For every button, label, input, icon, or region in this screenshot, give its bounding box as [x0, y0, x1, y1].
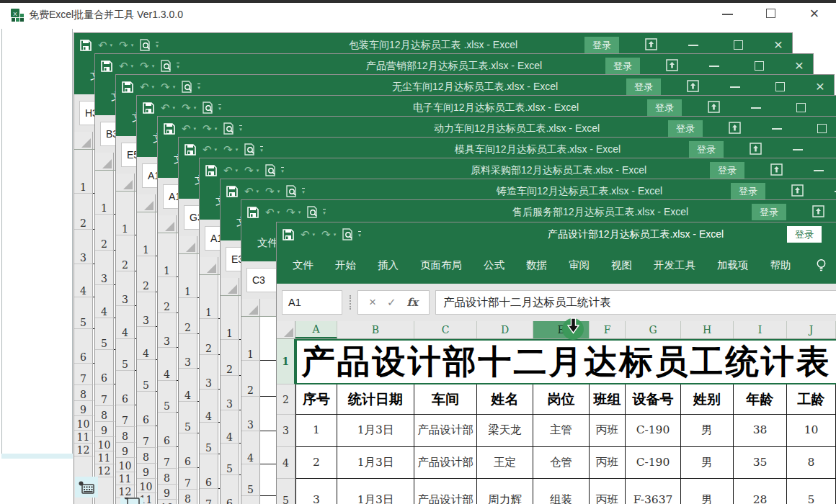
row-header[interactable]: 4: [221, 410, 239, 444]
minimize-button[interactable]: [709, 66, 719, 67]
touch-keyboard-icon[interactable]: [75, 477, 98, 498]
row-header[interactable]: 6: [241, 496, 260, 504]
column-header-J[interactable]: J: [787, 321, 836, 338]
row-header[interactable]: 4: [74, 264, 93, 297]
row-header[interactable]: 7: [179, 468, 197, 490]
sheet-title-cell[interactable]: 产品设计部十二月达标员工统计表: [295, 339, 836, 384]
row-header[interactable]: 1: [158, 233, 177, 277]
row-header[interactable]: 2: [277, 384, 295, 415]
row-header[interactable]: 4: [158, 348, 177, 381]
row-header[interactable]: 1: [137, 212, 156, 256]
row-header[interactable]: 4: [277, 447, 295, 479]
row-header[interactable]: 3: [241, 397, 260, 431]
login-button[interactable]: 登录: [710, 162, 744, 179]
merge-tool-titlebar[interactable]: X 免费Excel批量合并工具 Ver1.3.0.0 ×: [0, 0, 836, 29]
row-header[interactable]: 8: [74, 385, 93, 401]
row-header[interactable]: 9: [137, 464, 156, 479]
select-all-corner[interactable]: [74, 132, 93, 149]
login-button[interactable]: 登录: [647, 99, 682, 116]
login-button[interactable]: 登录: [787, 226, 822, 243]
row-header[interactable]: 6: [116, 371, 135, 405]
data-cell[interactable]: 周力辉: [477, 479, 533, 504]
cancel-icon[interactable]: ×: [369, 295, 376, 310]
data-cell[interactable]: 38: [734, 415, 787, 447]
row-header[interactable]: 6: [200, 454, 218, 489]
select-all-corner[interactable]: [137, 194, 156, 212]
column-header-A[interactable]: A: [295, 321, 337, 338]
column-header-C[interactable]: C: [414, 321, 477, 338]
select-all-corner[interactable]: [116, 174, 135, 191]
row-header[interactable]: 2: [158, 277, 177, 313]
close-button[interactable]: ×: [812, 77, 828, 96]
column-header-B[interactable]: B: [337, 321, 414, 338]
data-cell[interactable]: 5: [787, 479, 836, 504]
row-header[interactable]: 9: [74, 401, 93, 416]
row-header[interactable]: 7: [200, 489, 218, 504]
row-header[interactable]: 11: [74, 431, 93, 444]
tab-file[interactable]: 文件: [257, 236, 278, 250]
row-header[interactable]: 8: [179, 490, 197, 504]
row-header[interactable]: 7: [158, 447, 177, 469]
row-header[interactable]: 6: [179, 433, 197, 468]
touch-keyboard-icon[interactable]: [120, 498, 143, 504]
row-header[interactable]: 8: [137, 448, 156, 464]
data-cell[interactable]: 35: [734, 447, 787, 479]
maximize-button[interactable]: [796, 103, 806, 112]
ribbon-display-options-icon[interactable]: [750, 143, 762, 155]
row-header[interactable]: 2: [241, 361, 260, 397]
row-header[interactable]: 3: [137, 292, 156, 327]
row-header[interactable]: 1: [74, 150, 93, 194]
close-button[interactable]: ×: [791, 56, 807, 75]
formula-bar-input[interactable]: 产品设计部十二月达标员工统计表: [435, 290, 836, 315]
row-header[interactable]: 10: [116, 458, 135, 472]
row-header[interactable]: 3: [277, 415, 295, 447]
row-header[interactable]: 5: [74, 297, 93, 329]
data-cell[interactable]: 男: [681, 479, 734, 504]
row-header[interactable]: 6: [221, 475, 239, 504]
login-button[interactable]: 登录: [668, 120, 703, 137]
row-header[interactable]: 3: [221, 376, 239, 410]
data-cell[interactable]: 28: [734, 479, 787, 504]
column-header-D[interactable]: D: [477, 321, 533, 338]
data-cell[interactable]: 1月3日: [337, 447, 414, 479]
maximize-button[interactable]: [775, 82, 785, 91]
row-header[interactable]: 8: [116, 427, 135, 443]
row-header[interactable]: 4: [95, 285, 114, 318]
data-cell[interactable]: 1: [295, 415, 337, 447]
header-cell[interactable]: 设备号: [626, 384, 681, 415]
row-header[interactable]: 1: [179, 254, 197, 298]
row-header[interactable]: 4: [137, 327, 156, 360]
data-cell[interactable]: 丙班: [590, 415, 626, 447]
header-cell[interactable]: 工龄: [787, 384, 836, 415]
row-header[interactable]: 1: [200, 275, 218, 319]
row-header[interactable]: 6: [137, 392, 156, 426]
row-header[interactable]: 2: [137, 256, 156, 292]
row-header[interactable]: 9: [116, 443, 135, 458]
tab-addins[interactable]: 加载项: [717, 258, 749, 272]
select-all-corner[interactable]: [221, 278, 239, 295]
ribbon-display-options-icon[interactable]: [791, 184, 804, 197]
select-all-corner[interactable]: [158, 215, 177, 233]
select-all-corner[interactable]: [179, 236, 197, 253]
data-cell[interactable]: 主管: [533, 415, 590, 447]
row-header[interactable]: 6: [158, 413, 177, 447]
row-header[interactable]: 4: [179, 369, 197, 402]
row-header[interactable]: 12: [95, 464, 114, 477]
minimize-button[interactable]: [814, 170, 824, 171]
close-button[interactable]: ×: [833, 98, 836, 117]
header-cell[interactable]: 序号: [295, 384, 337, 415]
row-header[interactable]: 7: [95, 384, 114, 406]
tab-help[interactable]: 帮助: [770, 258, 791, 272]
data-cell[interactable]: 产品设计部: [414, 415, 477, 447]
data-cell[interactable]: 1月3日: [337, 415, 414, 447]
row-header[interactable]: 10: [158, 500, 177, 504]
row-header[interactable]: 1: [277, 339, 295, 384]
row-header[interactable]: 3: [200, 355, 218, 390]
excel-titlebar[interactable]: ↶▾ ↷▾ ▾ 售后服务部12月达标员工表.xlsx - Excel 登录 ×: [241, 200, 836, 224]
row-header[interactable]: 5: [116, 339, 135, 371]
data-cell[interactable]: 梁天龙: [477, 415, 533, 447]
row-header[interactable]: 3: [95, 251, 114, 285]
row-header[interactable]: 1: [95, 171, 114, 215]
tab-file[interactable]: 文件: [293, 258, 314, 272]
tab-data[interactable]: 数据: [526, 258, 547, 272]
